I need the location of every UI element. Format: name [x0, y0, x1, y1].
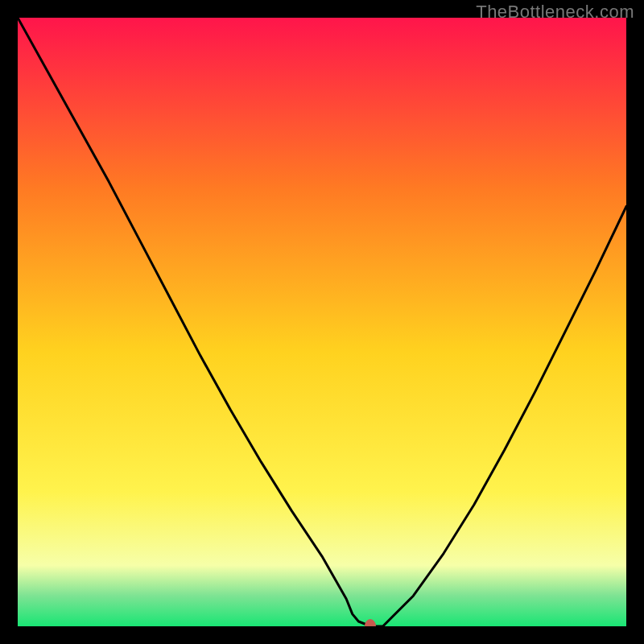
plot-area — [18, 18, 626, 626]
watermark: TheBottleneck.com — [476, 2, 634, 23]
chart-frame: TheBottleneck.com — [0, 0, 644, 644]
chart-svg — [18, 18, 626, 626]
gradient-background — [18, 18, 626, 626]
